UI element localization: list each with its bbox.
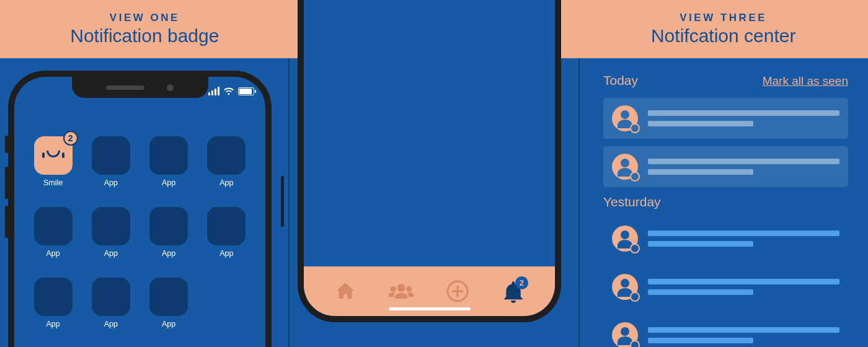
app-generic[interactable]: App bbox=[146, 207, 192, 258]
group-icon bbox=[388, 281, 415, 301]
home-indicator bbox=[389, 307, 471, 310]
phone-notch bbox=[72, 77, 208, 98]
svg-point-6 bbox=[621, 231, 629, 239]
svg-point-0 bbox=[397, 284, 405, 292]
app-generic[interactable]: App bbox=[146, 136, 192, 187]
wifi-icon bbox=[223, 87, 234, 95]
tab-bar: 2 bbox=[304, 266, 555, 316]
app-label: App bbox=[162, 249, 175, 258]
svg-point-8 bbox=[621, 327, 629, 336]
header-col-1: VIEW ONE Notification badge bbox=[0, 0, 290, 58]
panel-2: 2 bbox=[290, 58, 578, 347]
phone-frame: 2 bbox=[298, 0, 561, 322]
header-3-small: VIEW THREE bbox=[680, 12, 767, 24]
avatar-subbadge-icon bbox=[630, 123, 640, 133]
avatar-icon bbox=[612, 154, 638, 180]
app-label: App bbox=[104, 249, 118, 258]
svg-point-1 bbox=[391, 286, 396, 292]
phone-frame: 2 Smile App App App App App App App App … bbox=[8, 71, 272, 347]
avatar-subbadge-icon bbox=[630, 292, 640, 302]
app-generic[interactable]: App bbox=[204, 207, 249, 258]
avatar-subbadge-icon bbox=[630, 340, 640, 347]
app-generic[interactable]: App bbox=[88, 278, 133, 328]
tab-group[interactable] bbox=[388, 278, 415, 305]
avatar-icon bbox=[612, 322, 638, 347]
notification-item-unread[interactable] bbox=[603, 146, 848, 187]
notification-item[interactable] bbox=[603, 266, 848, 307]
app-generic[interactable]: App bbox=[88, 207, 133, 258]
mark-all-as-seen-link[interactable]: Mark all as seen bbox=[763, 74, 848, 88]
app-label: App bbox=[219, 249, 233, 258]
camera-icon bbox=[167, 84, 174, 91]
app-label: App bbox=[162, 178, 175, 187]
app-label: App bbox=[46, 249, 60, 258]
avatar-icon bbox=[612, 274, 638, 300]
app-label: App bbox=[104, 320, 118, 328]
phone-screen: 2 bbox=[304, 0, 555, 316]
panel-3: Today Mark all as seen Yesturday bbox=[580, 58, 868, 347]
home-icon bbox=[334, 280, 356, 302]
app-label: App bbox=[104, 178, 118, 187]
app-label: App bbox=[219, 178, 233, 187]
notification-text-placeholder bbox=[648, 279, 839, 295]
header-3-big: Notifcation center bbox=[651, 25, 795, 46]
app-icon bbox=[207, 207, 246, 245]
panel-1: 2 Smile App App App App App App App App … bbox=[0, 58, 289, 347]
app-label: App bbox=[46, 320, 60, 328]
svg-point-4 bbox=[621, 110, 629, 119]
notification-center: Today Mark all as seen Yesturday bbox=[580, 58, 868, 347]
battery-icon bbox=[238, 87, 254, 95]
app-generic[interactable]: App bbox=[146, 278, 192, 328]
notification-item-unread[interactable] bbox=[603, 98, 848, 139]
svg-point-5 bbox=[621, 159, 629, 167]
svg-point-2 bbox=[407, 286, 412, 292]
tab-home[interactable] bbox=[332, 278, 359, 305]
app-label: App bbox=[162, 320, 175, 328]
app-icon bbox=[92, 278, 130, 316]
tab-add[interactable] bbox=[444, 278, 471, 305]
notification-badge: 2 bbox=[63, 131, 78, 146]
notification-badge: 2 bbox=[515, 276, 528, 289]
app-generic[interactable]: App bbox=[30, 207, 76, 258]
app-grid: 2 Smile App App App App App App App App … bbox=[30, 136, 249, 328]
notification-item[interactable] bbox=[603, 218, 848, 259]
notification-text-placeholder bbox=[648, 327, 839, 343]
notification-text-placeholder bbox=[648, 231, 839, 247]
notification-text-placeholder bbox=[648, 110, 839, 126]
smile-icon: 2 bbox=[34, 136, 73, 175]
app-icon bbox=[149, 278, 188, 316]
app-generic[interactable]: App bbox=[30, 278, 76, 328]
app-generic[interactable]: App bbox=[204, 136, 249, 187]
header-1-small: VIEW ONE bbox=[110, 12, 180, 24]
section-heading-today: Today bbox=[603, 73, 638, 88]
header-col-3: VIEW THREE Notifcation center bbox=[578, 0, 868, 58]
app-icon bbox=[92, 136, 130, 175]
app-icon bbox=[92, 207, 130, 245]
add-circle-icon bbox=[446, 279, 469, 303]
header-1-big: Notification badge bbox=[70, 25, 219, 46]
section-heading-yesterday: Yesturday bbox=[603, 195, 848, 209]
tab-notifications[interactable]: 2 bbox=[500, 278, 527, 305]
notification-text-placeholder bbox=[648, 159, 839, 175]
avatar-icon bbox=[612, 105, 638, 131]
avatar-subbadge-icon bbox=[630, 172, 640, 182]
avatar-subbadge-icon bbox=[630, 244, 640, 253]
phone-side-button bbox=[281, 176, 284, 227]
app-icon bbox=[149, 207, 188, 245]
signal-icon bbox=[208, 87, 219, 95]
phone-screen: 2 Smile App App App App App App App App … bbox=[14, 77, 265, 347]
notification-item[interactable] bbox=[603, 315, 848, 347]
app-icon bbox=[34, 278, 73, 316]
app-smile[interactable]: 2 Smile bbox=[30, 136, 76, 187]
app-icon bbox=[34, 207, 73, 245]
status-bar bbox=[208, 87, 254, 95]
avatar-icon bbox=[612, 226, 638, 252]
app-generic[interactable]: App bbox=[88, 136, 133, 187]
app-label: Smile bbox=[43, 178, 63, 187]
speaker-icon bbox=[106, 86, 144, 90]
svg-point-7 bbox=[621, 279, 629, 288]
app-icon bbox=[149, 136, 188, 175]
app-icon bbox=[207, 136, 246, 175]
